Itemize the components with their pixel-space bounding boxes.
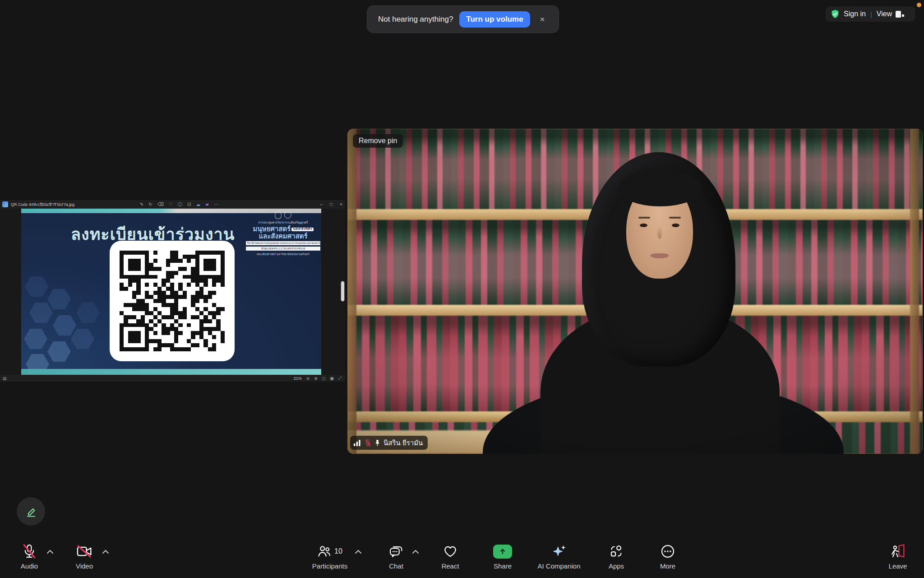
bookshelf-post bbox=[910, 129, 919, 454]
qr-slide-image: ลงทะเบียนเข้าร่วมงาน การประชุมทางวิชาการ… bbox=[21, 209, 321, 375]
participant-hijab-brim bbox=[618, 170, 702, 206]
banner-close-icon[interactable]: × bbox=[536, 13, 549, 26]
rotate-icon[interactable]: ↻ bbox=[148, 202, 152, 207]
fit-to-window-icon[interactable]: ◻ bbox=[322, 376, 325, 381]
chat-label: Chat bbox=[389, 562, 403, 570]
ai-companion-button[interactable]: AI Companion bbox=[531, 543, 587, 570]
face-detail bbox=[640, 224, 647, 227]
zoom-in-icon[interactable]: ⊕ bbox=[314, 376, 318, 381]
more-icon bbox=[661, 543, 675, 559]
bookshelf-post bbox=[347, 129, 356, 454]
pinned-video-tile[interactable]: Remove pin นิสริน ยีรามัน bbox=[347, 129, 923, 454]
apps-button[interactable]: Apps bbox=[600, 543, 633, 570]
edit-icon[interactable]: ✎ bbox=[140, 202, 143, 207]
hexagon-decor bbox=[29, 303, 53, 323]
audio-button[interactable]: Audio bbox=[14, 543, 45, 570]
turn-up-volume-button[interactable]: Turn up volume bbox=[459, 11, 530, 28]
leave-button[interactable]: Leave bbox=[881, 543, 915, 570]
more-button[interactable]: More bbox=[651, 543, 684, 570]
pill-divider: | bbox=[869, 10, 873, 18]
leave-label: Leave bbox=[889, 562, 907, 570]
photos-status-bar: ▤ 21% ⊖ ⊕ ◻ ▣ ⤢ bbox=[0, 375, 345, 382]
hexagon-decor bbox=[53, 315, 76, 336]
chat-icon bbox=[389, 543, 403, 559]
audio-notification-banner: Not hearing anything? Turn up volume × bbox=[367, 5, 559, 33]
qr-code-box bbox=[110, 241, 235, 361]
audio-options-caret[interactable] bbox=[46, 548, 54, 556]
account-pill: Sign in | View bbox=[826, 6, 915, 22]
signal-bars-icon bbox=[354, 439, 361, 446]
photos-title-bar: QR Code ลงทะเบียนเข้าร่วมงาน.jpg ✎ ↻ ⌫ ♡… bbox=[0, 200, 345, 209]
view-button[interactable]: View bbox=[877, 10, 892, 18]
pencil-icon bbox=[24, 504, 38, 519]
conference-name-en: The 9th National Undergraduate Conferenc… bbox=[246, 241, 320, 245]
album-icon[interactable]: ▰ bbox=[205, 202, 209, 207]
conference-name-cn: 第9届全国本科生人文与社会科学学术研讨会 bbox=[246, 247, 320, 251]
shared-photos-window: QR Code ลงทะเบียนเข้าร่วมงาน.jpg ✎ ↻ ⌫ ♡… bbox=[0, 200, 345, 382]
close-window-icon[interactable]: × bbox=[340, 202, 342, 207]
video-options-caret[interactable] bbox=[102, 548, 109, 556]
actual-size-icon[interactable]: ▣ bbox=[330, 376, 334, 381]
delete-icon[interactable]: ⌫ bbox=[157, 202, 164, 207]
mic-muted-icon bbox=[23, 543, 36, 559]
photos-app-icon bbox=[2, 201, 8, 207]
chat-button[interactable]: Chat bbox=[380, 543, 412, 570]
heart-icon bbox=[443, 543, 457, 559]
more-tools-icon[interactable]: ⋯ bbox=[214, 202, 218, 207]
camera-indicator-dot bbox=[917, 3, 921, 7]
info-icon[interactable]: ⓘ bbox=[178, 202, 182, 207]
annotate-button[interactable] bbox=[17, 497, 45, 526]
zoom-level-value: 21% bbox=[294, 376, 302, 381]
more-label: More bbox=[660, 562, 675, 570]
conference-name-bottom: และสังคมศาสตร์ bbox=[246, 233, 320, 240]
face-detail bbox=[657, 226, 662, 239]
hexagon-decor bbox=[76, 303, 100, 323]
hexagon-decor bbox=[25, 276, 48, 297]
minimize-icon[interactable]: – bbox=[320, 202, 323, 207]
zoom-out-icon[interactable]: ⊖ bbox=[306, 376, 310, 381]
hexagon-decor bbox=[24, 329, 47, 349]
participants-options-caret[interactable] bbox=[355, 548, 362, 556]
window-controls: – □ × bbox=[320, 200, 342, 209]
fullscreen-icon[interactable]: ⤢ bbox=[338, 376, 342, 381]
hexagon-decor bbox=[47, 289, 71, 309]
participant-name-tag: นิสริน ยีรามัน bbox=[350, 436, 428, 450]
face-detail bbox=[669, 217, 681, 219]
share-icon bbox=[493, 543, 512, 559]
print-icon[interactable]: ⊡ bbox=[187, 202, 191, 207]
hexagon-decor bbox=[47, 341, 71, 362]
view-layout-icon[interactable] bbox=[896, 11, 904, 18]
share-button[interactable]: Share bbox=[486, 543, 519, 570]
remove-pin-button[interactable]: Remove pin bbox=[353, 134, 403, 148]
face-detail bbox=[651, 253, 669, 258]
maximize-icon[interactable]: □ bbox=[330, 202, 333, 207]
pane-resize-handle[interactable] bbox=[341, 281, 345, 302]
photos-window-title: QR Code ลงทะเบียนเข้าร่วมงาน.jpg bbox=[11, 201, 74, 208]
filmstrip-icon[interactable]: ▤ bbox=[3, 376, 7, 381]
apps-icon bbox=[609, 543, 624, 559]
react-label: React bbox=[441, 562, 459, 570]
muted-mic-icon bbox=[365, 439, 371, 447]
leave-icon bbox=[890, 543, 906, 559]
conference-name-top: มนุษยศาสตร์ bbox=[253, 225, 291, 233]
qr-code bbox=[120, 251, 225, 351]
participants-label: Participants bbox=[312, 562, 347, 570]
share-label: Share bbox=[494, 562, 512, 570]
audio-label: Audio bbox=[21, 562, 38, 570]
participant-name: นิสริน ยีรามัน bbox=[383, 438, 423, 448]
cloud-icon[interactable]: ☁ bbox=[196, 202, 200, 207]
favorite-icon[interactable]: ♡ bbox=[169, 202, 173, 207]
conference-badge: ระดับชาติ ครั้งที่ 9 bbox=[291, 228, 313, 231]
react-button[interactable]: React bbox=[434, 543, 466, 570]
camera-muted-icon bbox=[77, 543, 92, 559]
participants-icon: 10 bbox=[317, 543, 342, 559]
conference-logo-block: การประชุมทางวิชาการระดับปริญญาตรี มนุษยศ… bbox=[246, 211, 320, 256]
chat-options-caret[interactable] bbox=[412, 548, 419, 556]
video-button[interactable]: Video bbox=[69, 543, 100, 570]
slide-bottom-strip bbox=[21, 369, 321, 375]
conference-line1: การประชุมทางวิชาการระดับปริญญาตรี bbox=[246, 220, 320, 225]
participants-button[interactable]: 10 Participants bbox=[303, 543, 356, 570]
shield-check-icon bbox=[830, 9, 840, 19]
sign-in-button[interactable]: Sign in bbox=[844, 10, 866, 18]
participants-count: 10 bbox=[334, 547, 342, 555]
